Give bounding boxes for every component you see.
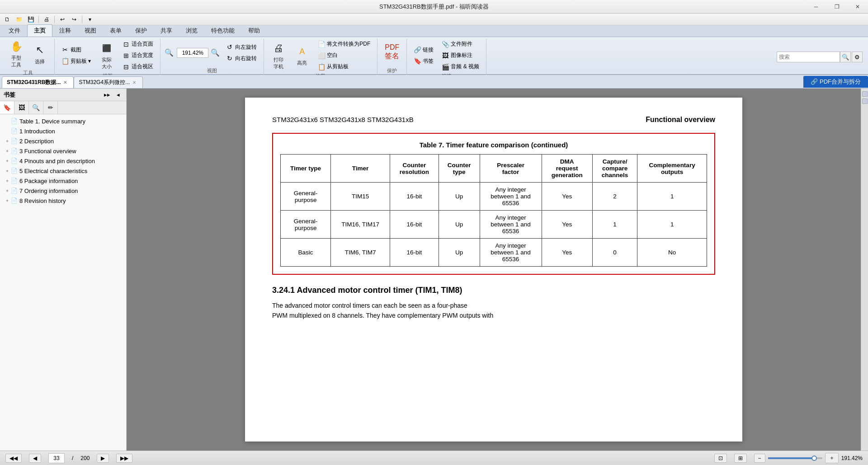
fit-width-status-button[interactable]: ⊞ — [734, 454, 747, 463]
attachment-button[interactable]: 📎 文件附件 — [439, 39, 482, 49]
select-button[interactable]: ↖ 选择 — [29, 41, 51, 66]
tab-special[interactable]: 特色功能 — [204, 24, 241, 37]
clipboard-button[interactable]: 📋 剪贴板 ▾ — [58, 56, 94, 66]
marker-2[interactable] — [862, 99, 868, 104]
th-dma: DMArequestgeneration — [542, 155, 592, 183]
tree-item-functional[interactable]: ＋ 📄 3 Functional overview — [0, 146, 126, 156]
sidebar-collapse-button[interactable]: ◂ — [113, 90, 123, 99]
tab-home[interactable]: 主页 — [27, 24, 52, 37]
save-button[interactable]: 💾 — [25, 14, 36, 24]
fit-page-status-button[interactable]: ⊡ — [714, 454, 727, 463]
ribbon-group-print-inner: 🖨 打印字机 A 高亮 📄 将文件转换为PDF ⬜ 空白 — [268, 39, 373, 72]
marker-1[interactable] — [862, 91, 868, 97]
zoom-slider-fill — [768, 457, 814, 459]
td-complementary-1: 1 — [637, 183, 707, 211]
tab-view[interactable]: 视图 — [78, 24, 103, 37]
rotate-right-icon: ↻ — [226, 55, 233, 62]
zoom-slider[interactable] — [768, 457, 822, 459]
redo-button[interactable]: ↪ — [69, 14, 80, 24]
tree-icon-pin: 📄 — [11, 158, 18, 164]
pdf-merge-button[interactable]: 🔗 PDF合并与拆分 — [803, 76, 868, 88]
tab-annotate[interactable]: 注释 — [52, 24, 78, 37]
tab-browse[interactable]: 浏览 — [179, 24, 204, 37]
last-page-button[interactable]: ▶▶ — [116, 454, 132, 463]
search-button[interactable]: 🔍 — [840, 52, 851, 62]
tab-file[interactable]: 文件 — [2, 24, 27, 37]
doc-tab-1[interactable]: STM32G431RB数据... ✕ — [2, 76, 74, 88]
fit-page-button[interactable]: ⊡ 适合页面 — [119, 39, 156, 49]
rotate-left-button[interactable]: ↺ 向左旋转 — [223, 42, 260, 52]
th-complementary: Complementaryoutputs — [637, 155, 707, 183]
tree-item-ordering[interactable]: ＋ 📄 7 Ordering information — [0, 186, 126, 196]
tab-form[interactable]: 表单 — [103, 24, 128, 37]
sidebar-tab-search[interactable]: 🔍 — [29, 101, 43, 114]
fit-view-button[interactable]: ⊟ 适合视区 — [119, 61, 156, 72]
restore-button[interactable]: ❐ — [826, 0, 847, 14]
zoom-in-button[interactable]: 🔍 — [210, 47, 221, 58]
sidebar-expand-button[interactable]: ▸▸ — [103, 90, 112, 99]
tree-item-table-device-summary[interactable]: 📄 Table 1. Device summary — [0, 116, 126, 126]
zoom-slider-thumb[interactable] — [811, 456, 817, 461]
tree-item-revision[interactable]: ＋ 📄 8 Revision history — [0, 196, 126, 206]
document-area[interactable]: STM32G431x6 STM32G431x8 STM32G431xB Func… — [127, 89, 861, 451]
sidebar-header-buttons: ▸▸ ◂ — [103, 90, 123, 99]
print-ribbon-button[interactable]: 🖨 打印字机 — [268, 41, 289, 70]
bookmark-button[interactable]: 🔖 书签 — [410, 56, 437, 66]
link-button[interactable]: 🔗 链接 — [410, 45, 437, 55]
prev-page-button[interactable]: ◀ — [29, 454, 41, 463]
tree-item-electrical[interactable]: ＋ 📄 5 Electrical characteristics — [0, 166, 126, 176]
tree-toggle-pkg: ＋ — [4, 177, 11, 184]
fit-width-button[interactable]: ⊞ 适合宽度 — [119, 50, 156, 61]
tree-item-pinouts[interactable]: ＋ 📄 4 Pinouts and pin description — [0, 156, 126, 166]
from-clipboard-button[interactable]: 📋 从剪贴板 — [315, 61, 373, 72]
highlight-label: 高亮 — [297, 60, 307, 66]
doc-tab-2-close[interactable]: ✕ — [132, 80, 136, 85]
first-page-button[interactable]: ◀◀ — [5, 454, 22, 463]
new-button[interactable]: 🗋 — [2, 14, 13, 24]
doc-tab-2-label: STM32G4系列微控... — [79, 79, 130, 86]
sidebar-tab-thumb[interactable]: 🖼 — [14, 101, 29, 114]
actual-size-label: 实际大小 — [102, 56, 112, 70]
search-input[interactable] — [777, 52, 840, 62]
page-number-input[interactable] — [48, 453, 65, 463]
table-row-tim16-17: General-purpose TIM16, TIM17 16-bit Up A… — [281, 211, 707, 239]
minimize-button[interactable]: ─ — [806, 0, 826, 14]
convert-pdf-button[interactable]: 📄 将文件转换为PDF — [315, 39, 373, 49]
next-page-button[interactable]: ▶ — [97, 454, 109, 463]
highlight-button[interactable]: A 高亮 — [291, 43, 313, 68]
screenshot-button[interactable]: ✂ 截图 — [58, 45, 94, 55]
actual-size-button[interactable]: ⬛ 实际大小 — [96, 41, 118, 70]
sidebar-tab-bookmark[interactable]: 🔖 — [0, 101, 14, 114]
print-button[interactable]: 🖨 — [41, 14, 52, 24]
doc-tab-2[interactable]: STM32G4系列微控... ✕ — [74, 76, 143, 88]
rotate-right-button[interactable]: ↻ 向右旋转 — [223, 53, 260, 64]
sidebar-tab-annot[interactable]: ✏ — [43, 101, 58, 114]
separator3 — [82, 16, 82, 23]
zoom-input[interactable]: 191.42% — [177, 48, 208, 58]
tree-item-introduction[interactable]: 📄 1 Introduction — [0, 126, 126, 136]
zoom-out-button[interactable]: 🔍 — [164, 47, 175, 58]
tree-item-description[interactable]: ＋ 📄 2 Description — [0, 136, 126, 146]
blank-icon: ⬜ — [318, 52, 325, 59]
separator — [38, 16, 39, 23]
tree-icon-desc: 📄 — [11, 138, 18, 144]
close-button[interactable]: ✕ — [847, 0, 868, 14]
tab-help[interactable]: 帮助 — [241, 24, 267, 37]
pdf-sign-button[interactable]: PDF签名 — [381, 40, 403, 66]
image-mark-button[interactable]: 🖼 图像标注 — [439, 50, 482, 61]
undo-button[interactable]: ↩ — [57, 14, 68, 24]
tree-icon-intro: 📄 — [11, 128, 18, 134]
more-button[interactable]: ▾ — [85, 14, 95, 24]
hand-tool-button[interactable]: ✋ 手型工具 — [5, 39, 27, 69]
zoom-out-status-button[interactable]: − — [754, 454, 765, 463]
blank-button[interactable]: ⬜ 空白 — [315, 50, 373, 61]
tree-item-package[interactable]: ＋ 📄 6 Package information — [0, 176, 126, 186]
settings-button[interactable]: ⚙ — [852, 52, 863, 62]
doc-tab-1-close[interactable]: ✕ — [63, 80, 67, 85]
tab-protect[interactable]: 保护 — [128, 24, 154, 37]
link-icon: 🔗 — [414, 46, 421, 53]
tab-share[interactable]: 共享 — [154, 24, 179, 37]
zoom-in-status-button[interactable]: ＋ — [825, 453, 839, 463]
media-button[interactable]: 🎬 音频 & 视频 — [439, 61, 482, 72]
open-button[interactable]: 📁 — [14, 14, 24, 24]
